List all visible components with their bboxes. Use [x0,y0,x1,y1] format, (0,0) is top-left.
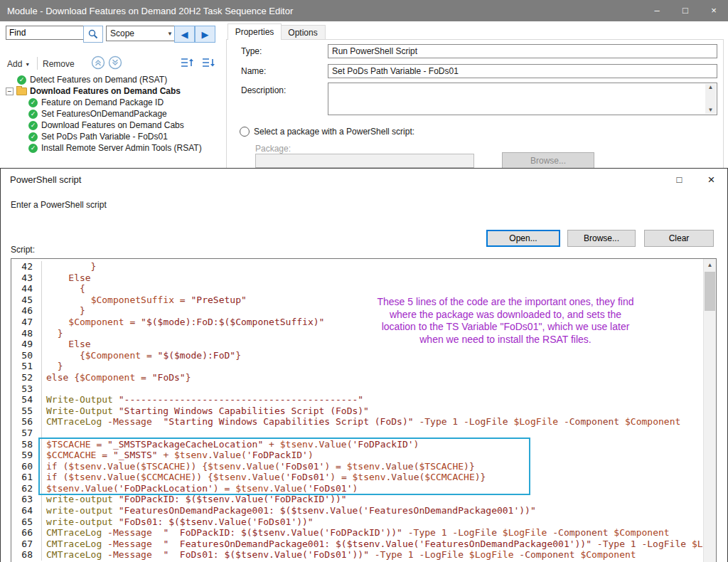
annotation-line: These 5 lines of the code are the import… [324,296,687,309]
remove-button[interactable]: Remove [43,59,75,69]
select-package-radio[interactable] [240,127,250,137]
code-line: 44 { [11,283,704,295]
line-number: 48 [11,328,41,339]
code-text: write-output "FoDPackID: $($tsenv.Value(… [41,494,704,505]
code-text: Write-Output "--------------------------… [41,394,704,405]
tab-options[interactable]: Options [280,25,326,40]
code-text: { [41,283,704,295]
browse-button[interactable]: Browse... [567,230,636,247]
tree-item[interactable]: ✓Set FeaturesOnDemandPackage [28,108,222,120]
clear-button[interactable]: Clear [644,230,714,247]
sort-down-button[interactable] [200,55,216,70]
folder-icon [16,88,27,95]
tab-properties[interactable]: Properties [228,23,282,40]
scroll-up-icon[interactable]: ▲ [704,259,716,271]
line-number: 65 [11,516,41,528]
scroll-down-icon[interactable]: ▼ [708,107,714,114]
sort-down-icon [200,55,216,70]
minimize-icon[interactable]: – [643,0,671,21]
find-input[interactable] [6,26,84,40]
tree-item[interactable]: ✓Download Features on Demand Cabs [28,120,222,131]
code-line: 53 [11,383,704,395]
package-browse-button: Browse... [502,152,594,169]
tree-item[interactable]: −Download Features on Demand Cabs [4,85,222,97]
tree-item[interactable]: ✓Feature on Demand Package ID [28,97,222,108]
tree-item[interactable]: ✓Set PoDs Path Variable - FoDs01 [28,131,222,142]
code-text: Else [41,272,704,284]
back-arrow-icon: ◀ [181,29,188,40]
annotation-line: location to the TS Variable "FoDs01", wh… [324,321,687,334]
tree-item-label: Install Remote Server Admin Tools (RSAT) [41,143,202,153]
script-label: Script: [11,245,35,255]
close-icon[interactable]: × [700,0,728,21]
line-number: 45 [11,295,41,306]
line-number: 66 [11,527,41,539]
code-line: 43 Else [11,272,704,284]
search-icon [87,28,99,40]
package-label: Package: [255,144,291,154]
tree-item-label: Feature on Demand Package ID [41,97,164,107]
code-line: 54Write-Output "------------------------… [11,394,704,405]
expand-all-button[interactable] [108,55,122,70]
check-icon: ✓ [17,75,26,85]
code-text [41,428,704,439]
type-field[interactable]: Run PowerShell Script [328,44,717,58]
tree-item-label: Set FeaturesOnDemandPackage [41,109,167,119]
description-label: Description: [241,85,286,95]
back-button[interactable]: ◀ [174,26,195,43]
tree-item[interactable]: ✓Install Remote Server Admin Tools (RSAT… [28,142,222,154]
maximize-icon[interactable]: □ [671,0,700,21]
line-number: 62 [11,483,41,494]
code-text: {$Component = "$($mode):FoD"} [41,350,704,361]
line-number: 61 [11,472,41,483]
code-text: } [41,261,704,272]
name-field[interactable]: Set PoDs Path Variable - FoDs01 [328,64,717,78]
code-line: 60if ($tsenv.Value($TSCACHE)) {$tsenv.Va… [11,461,704,472]
line-number: 60 [11,461,41,472]
editor-scrollbar[interactable]: ▲ [703,259,716,562]
scope-dropdown[interactable]: Scope ▼ [106,26,177,41]
scope-label: Scope [110,28,134,38]
code-line: 58$TSCACHE = "_SMSTSPackageCacheLocation… [11,439,704,450]
dialog-title: PowerShell script [1,174,81,185]
task-sequence-tree: ✓Detect Features on Demand (RSAT)−Downlo… [4,74,222,165]
scrollbar-thumb[interactable] [705,272,715,311]
code-text: if ($tsenv.Value($TSCACHE)) {$tsenv.Valu… [41,461,704,472]
search-button[interactable] [83,26,103,43]
check-icon: ✓ [28,121,38,130]
line-number: 67 [11,539,41,550]
collapse-all-button[interactable] [91,55,105,70]
forward-button[interactable]: ▶ [195,26,215,43]
scroll-up-icon[interactable]: ▲ [708,84,714,91]
chevron-down-icon: ▼ [25,62,30,67]
script-editor[interactable]: 42 }43 Else44 {45 $ComponetSuffix = "Pre… [11,258,717,562]
line-number: 52 [11,372,41,383]
code-line: 67CMTraceLog -Message " FeaturesOnDemand… [11,539,704,550]
line-number: 55 [11,405,41,417]
collapse-expander-icon[interactable]: − [6,88,14,95]
add-button[interactable]: Add ▼ [7,57,30,71]
description-scrollbar[interactable]: ▲ ▼ [705,84,716,114]
line-number: 58 [11,439,41,450]
type-label: Type: [241,46,262,56]
code-line: 62$tsenv.Value('FoDPackLocation') = $tse… [11,483,704,494]
code-text: CMTraceLog -Message " FeaturesOnDemandPa… [41,539,704,550]
line-number: 57 [11,428,41,439]
double-chevron-up-icon [91,55,105,70]
line-number: 54 [11,394,41,405]
select-package-label: Select a package with a PowerShell scrip… [254,127,414,137]
code-line: 50 {$Component = "$($mode):FoD"} [11,350,704,361]
tree-item[interactable]: ✓Detect Features on Demand (RSAT) [17,74,222,85]
maximize-icon[interactable]: □ [663,169,695,191]
name-label: Name: [241,66,266,76]
close-icon[interactable]: × [695,169,727,191]
powershell-script-dialog: PowerShell script □ × Enter a PowerShell… [0,168,728,562]
description-field[interactable]: ▲ ▼ [328,83,717,115]
code-text: $TSCACHE = "_SMSTSPackageCacheLocation" … [41,439,704,450]
screen: Module - Download Features on Demand 20H… [0,0,728,562]
open-button[interactable]: Open... [486,230,560,247]
line-number: 68 [11,549,41,561]
check-icon: ✓ [28,98,38,107]
sort-up-button[interactable] [179,55,195,70]
annotation-text: These 5 lines of the code are the import… [324,296,687,346]
